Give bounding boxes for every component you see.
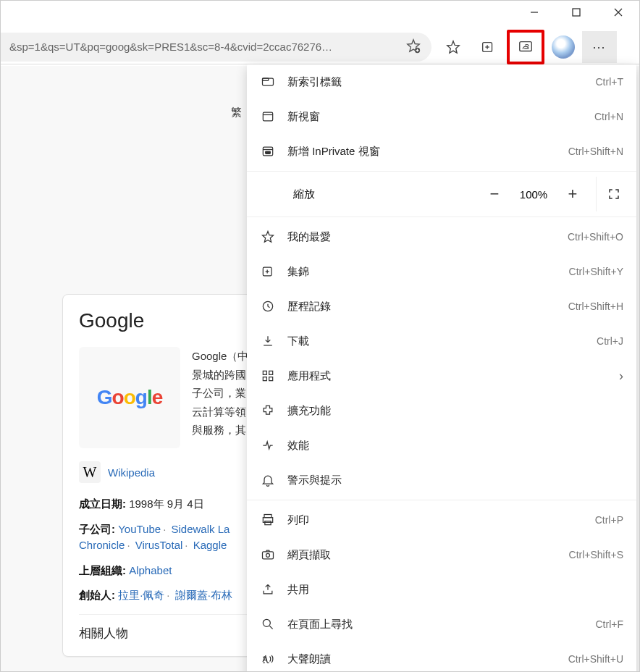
wikipedia-link[interactable]: Wikipedia	[108, 466, 155, 479]
minimize-button[interactable]	[513, 1, 555, 24]
history-icon	[260, 298, 276, 314]
zoom-out-button[interactable]: −	[477, 177, 512, 211]
menu-new-tab[interactable]: 新索引標籤 Ctrl+T	[247, 64, 636, 99]
performance-icon	[260, 437, 276, 453]
svg-rect-11	[263, 78, 274, 85]
address-bar[interactable]: &sp=1&qs=UT&pq=goog&sk=PRES1&sc=8-4&cvid…	[1, 33, 431, 62]
svg-point-31	[263, 619, 270, 626]
extensions-icon	[260, 403, 276, 419]
download-icon	[260, 333, 276, 349]
profile-avatar[interactable]	[552, 35, 575, 59]
menu-favorites[interactable]: 我的最愛 Ctrl+Shift+O	[247, 219, 636, 254]
fullscreen-button[interactable]	[596, 177, 631, 211]
menu-apps[interactable]: 應用程式 ›	[247, 358, 636, 393]
google-logo: Google	[79, 347, 180, 448]
favorites-icon[interactable]	[437, 33, 469, 62]
toolbar: &sp=1&qs=UT&pq=goog&sk=PRES1&sc=8-4&cvid…	[1, 30, 639, 64]
print-icon	[260, 512, 276, 528]
maximize-button[interactable]	[555, 1, 597, 24]
app-menu-button[interactable]: ⋯	[582, 31, 617, 63]
menu-find[interactable]: 在頁面上尋找 Ctrl+F	[247, 607, 636, 642]
apps-icon	[260, 368, 276, 384]
svg-rect-12	[263, 78, 269, 80]
svg-rect-23	[269, 371, 273, 374]
app-menu: 新索引標籤 Ctrl+T 新視窗 Ctrl+N 新增 InPrivate 視窗 …	[247, 64, 636, 672]
readaloud-icon: A	[260, 651, 276, 667]
menu-extensions[interactable]: 擴充功能	[247, 393, 636, 428]
svg-text:A: A	[263, 655, 268, 663]
menu-new-window[interactable]: 新視窗 Ctrl+N	[247, 99, 636, 134]
menu-share[interactable]: 共用	[247, 572, 636, 607]
svg-rect-29	[263, 552, 274, 559]
camera-icon	[260, 547, 276, 563]
svg-rect-1	[573, 9, 580, 16]
menu-downloads[interactable]: 下載 Ctrl+J	[247, 324, 636, 358]
svg-point-30	[266, 553, 270, 557]
svg-rect-25	[269, 377, 273, 381]
menu-readaloud[interactable]: A 大聲朗讀 Ctrl+Shift+U	[247, 642, 636, 672]
collections-icon	[260, 264, 276, 280]
inprivate-icon	[260, 143, 276, 159]
menu-new-inprivate[interactable]: 新增 InPrivate 視窗 Ctrl+Shift+N	[247, 134, 636, 169]
language-label: 繁	[231, 106, 242, 119]
menu-alerts[interactable]: 警示與提示	[247, 463, 636, 497]
star-icon	[260, 229, 276, 245]
menu-capture[interactable]: 網頁擷取 Ctrl+Shift+S	[247, 537, 636, 572]
add-favorite-icon[interactable]	[405, 38, 423, 56]
bell-icon	[260, 472, 276, 488]
menu-collections[interactable]: 集錦 Ctrl+Shift+Y	[247, 254, 636, 289]
share-icon	[260, 581, 276, 597]
zoom-value: 100%	[512, 188, 555, 201]
window-icon	[260, 109, 276, 125]
svg-rect-22	[263, 371, 266, 374]
menu-history[interactable]: 歷程記錄 Ctrl+Shift+H	[247, 289, 636, 324]
ie-mode-icon[interactable]	[510, 33, 542, 62]
zoom-in-button[interactable]: +	[555, 177, 590, 211]
collections-icon[interactable]	[472, 33, 504, 62]
svg-rect-17	[266, 151, 271, 154]
close-button[interactable]	[597, 1, 639, 24]
svg-line-32	[270, 626, 273, 629]
menu-print[interactable]: 列印 Ctrl+P	[247, 503, 636, 537]
chevron-right-icon: ›	[619, 369, 623, 384]
ie-mode-toolbar-highlight	[507, 30, 544, 64]
address-text: &sp=1&qs=UT&pq=goog&sk=PRES1&sc=8-4&cvid…	[9, 41, 400, 53]
menu-zoom: 縮放 − 100% +	[247, 174, 636, 214]
menu-performance[interactable]: 效能	[247, 428, 636, 463]
wikipedia-icon: W	[79, 461, 101, 483]
svg-rect-24	[263, 377, 266, 381]
svg-rect-28	[265, 521, 271, 525]
tab-icon	[260, 74, 276, 90]
search-icon	[260, 616, 276, 632]
svg-rect-13	[263, 112, 272, 121]
